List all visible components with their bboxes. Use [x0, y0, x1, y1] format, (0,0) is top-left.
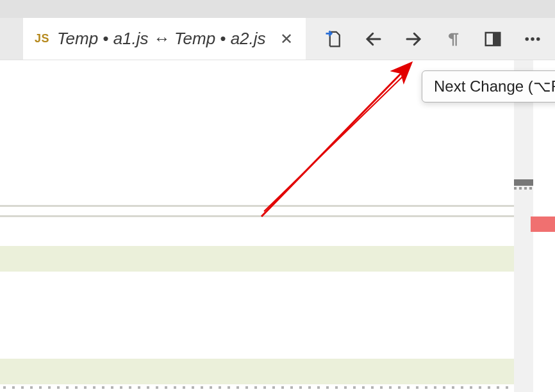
svg-point-3	[531, 37, 534, 41]
diff-added-line	[0, 359, 514, 384]
diff-editor-area[interactable]	[0, 60, 555, 392]
window-titlebar	[0, 0, 555, 18]
diff-separator	[0, 205, 514, 207]
svg-point-2	[525, 37, 529, 41]
ruler-change-marker	[531, 216, 555, 232]
diff-separator	[0, 215, 514, 217]
next-change-icon[interactable]	[402, 28, 425, 51]
js-file-icon: JS	[35, 32, 49, 45]
pilcrow-icon[interactable]	[442, 28, 465, 51]
diff-added-line	[0, 246, 514, 272]
tooltip-text: Next Change (⌥F5)	[434, 78, 555, 95]
previous-change-icon[interactable]	[362, 28, 385, 51]
ruler-mark	[514, 179, 533, 186]
svg-point-4	[536, 37, 540, 41]
svg-rect-1	[493, 33, 500, 45]
tab-title: Temp • a1.js ↔ Temp • a2.js	[57, 29, 266, 49]
open-changes-icon[interactable]	[322, 28, 345, 51]
split-layout-icon[interactable]	[481, 28, 504, 51]
ruler-mark	[514, 187, 533, 190]
tab-bar: JS Temp • a1.js ↔ Temp • a2.js ✕	[0, 18, 555, 60]
more-icon[interactable]	[521, 28, 544, 51]
tooltip: Next Change (⌥F5)	[422, 70, 555, 102]
editor-tab[interactable]: JS Temp • a1.js ↔ Temp • a2.js ✕	[23, 18, 306, 60]
folded-region-indicator	[0, 383, 514, 392]
editor-toolbar	[306, 18, 555, 60]
close-icon[interactable]: ✕	[280, 31, 293, 47]
